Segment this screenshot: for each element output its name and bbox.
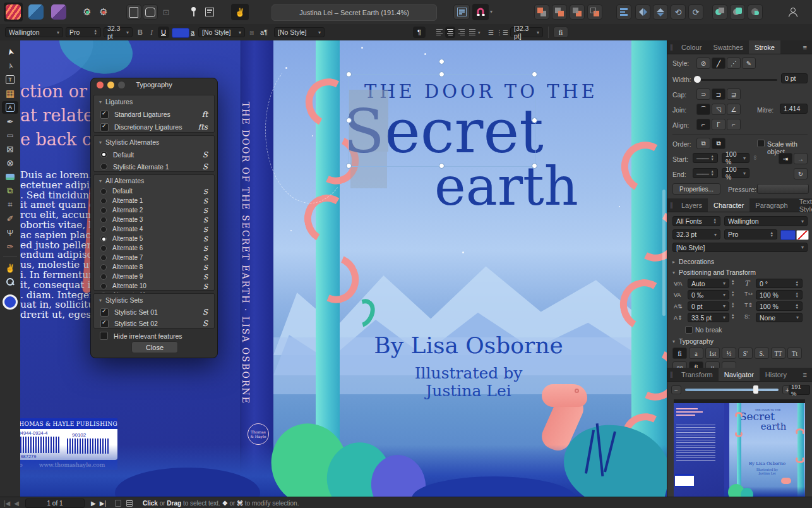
opentype-feature-button[interactable]: TT: [771, 348, 785, 359]
radio[interactable]: [100, 163, 107, 170]
next-page-button[interactable]: ▶: [91, 500, 96, 507]
radio[interactable]: [100, 198, 107, 204]
typography-ligature-button[interactable]: fi: [553, 27, 568, 38]
single-page-icon[interactable]: [115, 500, 121, 507]
radio[interactable]: [100, 207, 107, 214]
section-header[interactable]: ▾ Stylistic Alternates: [94, 136, 214, 148]
snapping-button[interactable]: [472, 4, 489, 20]
font-style-select-panel[interactable]: Pro▲▼: [724, 229, 777, 239]
selection-handle[interactable]: [532, 163, 537, 169]
cap-round-button[interactable]: ⊃: [696, 88, 710, 100]
italic-button[interactable]: I: [146, 27, 157, 37]
underline-button[interactable]: U: [158, 27, 169, 38]
opentype-feature-button[interactable]: a: [689, 348, 703, 359]
alternate-option[interactable]: DefaultS: [94, 186, 214, 196]
opentype-feature-button[interactable]: Tt: [787, 348, 802, 359]
node-tool[interactable]: ➢: [2, 59, 18, 72]
width-slider-thumb[interactable]: [694, 76, 701, 83]
radio[interactable]: [100, 236, 107, 242]
align-left-button[interactable]: [434, 27, 444, 37]
alternate-option[interactable]: Alternate 4S: [94, 224, 214, 234]
opentype-feature-button[interactable]: S': [738, 348, 753, 359]
checkbox[interactable]: [100, 308, 109, 317]
variant-field[interactable]: None▾: [756, 313, 803, 322]
flip-horizontal-button[interactable]: [635, 4, 650, 20]
zoom-tool[interactable]: [2, 275, 18, 288]
panel-menu-icon[interactable]: ≡: [798, 368, 812, 381]
tab-stroke[interactable]: Stroke: [749, 40, 780, 54]
checkbox[interactable]: [100, 332, 108, 340]
font-size-select[interactable]: 32.3 pt▾: [104, 27, 133, 37]
alternate-option[interactable]: Alternate 1S: [94, 196, 214, 205]
section-header[interactable]: ▾ Stylistic Sets: [94, 294, 214, 306]
spread-view-icon[interactable]: [126, 500, 133, 507]
zoom-out-button[interactable]: −: [671, 385, 681, 394]
stylistic-set-option[interactable]: Stylistic Set 02S: [94, 318, 214, 329]
alternate-option[interactable]: Alternate 3S: [94, 215, 214, 224]
byline-text[interactable]: By Lisa Osborne: [367, 332, 570, 358]
guides-button[interactable]: [186, 4, 200, 20]
style-picker-tool[interactable]: ✐: [2, 212, 18, 225]
stroke-front-button[interactable]: ⧉: [712, 138, 725, 149]
width-field[interactable]: 0 pt: [781, 73, 808, 83]
move-forward-button[interactable]: [552, 4, 567, 20]
font-collection-select[interactable]: All Fonts▲▼: [672, 216, 720, 226]
radio[interactable]: [100, 283, 107, 289]
frame-text-tool[interactable]: T: [2, 73, 18, 86]
stroke-style-brush-button[interactable]: ✎: [742, 57, 756, 69]
paragraph-style-select[interactable]: [No Style]▾: [274, 27, 325, 37]
alternate-option[interactable]: Alternate 5S: [94, 234, 214, 243]
selection-bounding-box[interactable]: [349, 74, 535, 167]
align-center-button[interactable]: [445, 27, 455, 38]
leading-select[interactable]: [32.3 pt]▾: [510, 27, 543, 37]
zoom-slider-track[interactable]: [685, 389, 779, 391]
width-slider-track[interactable]: [696, 79, 777, 81]
selection-handle[interactable]: [532, 118, 537, 123]
transparency-tool[interactable]: Ψ: [2, 226, 18, 239]
end-scale-select[interactable]: 100 %▾: [722, 168, 749, 178]
kerning-field[interactable]: Auto▾: [688, 279, 729, 288]
radio[interactable]: [100, 226, 107, 233]
show-specials-button[interactable]: ¶: [413, 27, 426, 38]
tab-layers[interactable]: Layers: [676, 198, 708, 212]
swap-start-end-button[interactable]: ↻: [794, 168, 808, 179]
numbered-list-button[interactable]: ⋮☰: [498, 27, 507, 37]
vector-crop-tool[interactable]: ⌗: [2, 198, 18, 211]
assistant-button[interactable]: ✌: [231, 4, 249, 20]
boolean-intersect-button[interactable]: [748, 4, 763, 20]
boolean-subtract-button[interactable]: [730, 4, 745, 20]
start-scale-select[interactable]: 100 %▾: [722, 153, 749, 163]
tab-swatches[interactable]: Swatches: [707, 40, 749, 54]
prev-page-button[interactable]: ◀: [14, 500, 19, 507]
canvas-vertical-scrollbar[interactable]: [662, 190, 666, 316]
alternate-option[interactable]: Alternate 7S: [94, 253, 214, 262]
character-style-select[interactable]: [No Style]▾: [198, 27, 245, 37]
tab-navigator[interactable]: Navigator: [719, 368, 760, 381]
text-style-select[interactable]: [No Style]▾: [672, 243, 808, 252]
stroke-style-dash-button[interactable]: ⋰: [727, 57, 741, 69]
alternate-option[interactable]: Alternate 2S: [94, 205, 214, 215]
checkbox[interactable]: [100, 111, 109, 119]
illustrated-by-text[interactable]: Illustrated by: [399, 364, 538, 382]
join-bevel-button[interactable]: ◹: [712, 104, 725, 115]
justify-button[interactable]: [467, 27, 477, 37]
rotate-ccw-button[interactable]: ⟲: [671, 4, 686, 20]
close-button[interactable]: Close: [131, 341, 178, 353]
section-header[interactable]: ▾ All Alternates: [94, 175, 214, 186]
leading-override-field[interactable]: 33.5 pt▾: [688, 313, 729, 322]
align-inside-button[interactable]: Γ: [712, 119, 725, 130]
start-arrowhead-select[interactable]: ——▲▼: [693, 153, 718, 163]
tab-character[interactable]: Character: [708, 198, 749, 212]
ellipse-frame-tool[interactable]: ⊗: [2, 157, 18, 169]
artboard-button[interactable]: [143, 4, 158, 20]
stroke-style-none-button[interactable]: ⊘: [696, 57, 710, 69]
style-sync-icon[interactable]: ⧈: [248, 28, 256, 37]
account-button[interactable]: [784, 4, 801, 20]
photo-app-button[interactable]: [49, 3, 68, 21]
flip-vertical-button[interactable]: [653, 4, 668, 20]
scale-with-object-checkbox[interactable]: [757, 140, 765, 147]
tab-paragraph[interactable]: Paragraph: [749, 198, 793, 212]
typography-dialog-titlebar[interactable]: Typography: [91, 78, 217, 92]
artistic-text-tool[interactable]: A: [2, 101, 18, 114]
opentype-feature-button[interactable]: 1st: [705, 348, 720, 359]
